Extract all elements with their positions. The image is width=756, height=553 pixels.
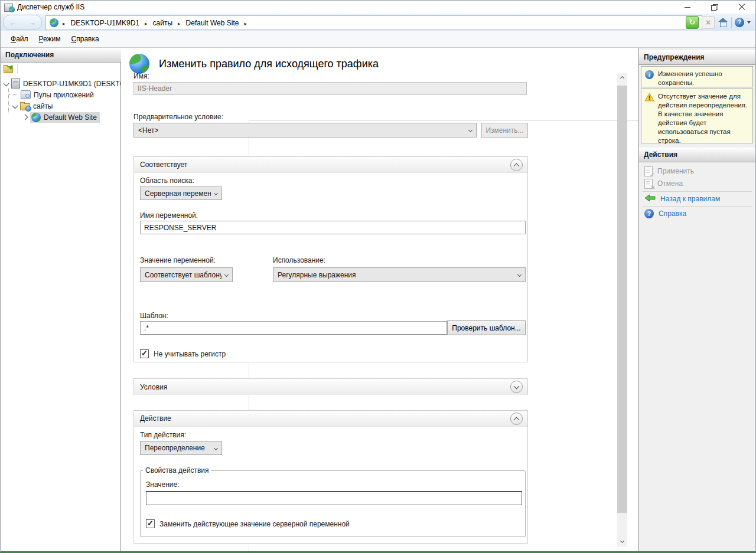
chevron-down-icon xyxy=(214,191,218,195)
match-section-header[interactable]: Соответствует xyxy=(134,157,527,173)
menu-view[interactable]: Режим xyxy=(34,33,66,45)
scope-select[interactable]: Серверная переменн xyxy=(140,186,222,200)
precondition-select[interactable]: <Нет> xyxy=(133,123,477,138)
pattern-input[interactable] xyxy=(140,321,447,335)
alert-info: Изменения успешно сохранены. xyxy=(641,66,753,87)
action-section-header[interactable]: Действие xyxy=(134,411,527,427)
forward-arrow-icon[interactable]: → xyxy=(28,19,36,27)
pattern-label: Шаблон: xyxy=(140,312,168,320)
form-scrollbar[interactable] xyxy=(617,73,627,547)
tree-item-server[interactable]: DESKTOP-U1MK9D1 (DESKTOP xyxy=(1,78,120,89)
chevron-up-icon xyxy=(514,417,520,423)
action-value-input[interactable] xyxy=(146,491,522,505)
chevron-down-icon xyxy=(214,446,218,450)
breadcrumb-separator-icon xyxy=(63,19,66,27)
back-to-rules-action[interactable]: Назад к правилам xyxy=(644,193,720,205)
breadcrumb[interactable]: DESKTOP-U1MK9D1 сайты Default Web Site xyxy=(45,15,702,30)
scroll-down-button[interactable] xyxy=(617,536,627,547)
breadcrumb-separator-icon xyxy=(244,19,247,27)
variable-name-input[interactable] xyxy=(140,221,526,234)
breadcrumb-item-sites[interactable]: сайты xyxy=(152,18,174,28)
back-arrow-icon[interactable]: ← xyxy=(9,19,17,27)
action-properties-legend: Свойства действия xyxy=(143,466,211,475)
scope-label: Область поиска: xyxy=(140,176,194,185)
using-select[interactable]: Регулярные выражения xyxy=(273,267,526,282)
alert-warning: Отсутствует значение для действия переоп… xyxy=(641,89,753,143)
chevron-down-icon[interactable] xyxy=(4,81,9,87)
navigation-buttons: ← → xyxy=(3,15,42,30)
test-pattern-button[interactable]: Проверить шаблон... xyxy=(447,320,526,335)
toolbar-separator xyxy=(731,17,732,28)
variable-value-label: Значение переменной: xyxy=(140,256,216,264)
action-type-label: Тип действия: xyxy=(140,431,186,439)
selected-tree-item: Default Web Site xyxy=(30,112,100,123)
close-icon xyxy=(738,4,745,11)
apply-icon xyxy=(644,166,653,176)
minimize-icon xyxy=(685,7,690,8)
scroll-up-button[interactable] xyxy=(617,73,627,83)
folder-icon xyxy=(20,103,30,110)
tree-item-sites[interactable]: сайты xyxy=(1,100,120,112)
tree-item-label: Пулы приложений xyxy=(34,91,94,99)
breadcrumb-separator-icon xyxy=(178,19,181,27)
restore-icon xyxy=(711,4,718,11)
tree-item-app-pools[interactable]: Пулы приложений xyxy=(1,89,120,100)
close-button[interactable] xyxy=(728,1,755,14)
ignore-case-checkbox[interactable] xyxy=(140,349,149,358)
using-label: Использование: xyxy=(273,256,325,264)
refresh-icon[interactable] xyxy=(686,16,699,29)
warning-icon xyxy=(644,93,654,104)
menu-bar: Файл Режим Справка xyxy=(1,31,755,48)
collapse-button[interactable] xyxy=(510,413,523,425)
alert-text: Отсутствует значение для действия переоп… xyxy=(658,93,747,144)
action-section: Действие Тип действия: Переопределение С… xyxy=(133,410,528,544)
chevron-down-icon[interactable] xyxy=(12,103,18,109)
name-label: Имя: xyxy=(133,72,149,80)
minimize-button[interactable] xyxy=(674,1,701,14)
chevron-up-icon xyxy=(514,163,520,169)
ignore-case-checkbox-row: Не учитывать регистр xyxy=(140,349,226,358)
replace-value-checkbox-row: Заменить действующее значение серверной … xyxy=(146,519,350,528)
back-to-rules-arrow-icon xyxy=(644,194,656,204)
action-type-select[interactable]: Переопределение xyxy=(140,441,222,455)
connections-panel: Подключения DESKTOP-U1MK9D1 (DESKTOP Пул… xyxy=(1,48,121,551)
chevron-right-icon[interactable] xyxy=(22,114,28,120)
chevron-down-icon xyxy=(468,128,472,132)
replace-value-checkbox[interactable] xyxy=(146,519,155,528)
divider xyxy=(643,191,752,192)
home-icon[interactable] xyxy=(718,18,728,27)
new-connection-icon[interactable] xyxy=(4,65,14,73)
restore-button[interactable] xyxy=(701,1,728,14)
alerts-header: Предупреждения xyxy=(639,50,756,65)
tree-item-default-web-site[interactable]: Default Web Site xyxy=(1,112,120,123)
chevron-down-icon[interactable] xyxy=(747,21,751,24)
globe-icon xyxy=(129,54,149,74)
window-title: Диспетчер служб IIS xyxy=(17,3,84,11)
connections-tree: DESKTOP-U1MK9D1 (DESKTOP Пулы приложений… xyxy=(1,78,120,551)
chevron-down-icon xyxy=(620,538,624,542)
conditions-section-header[interactable]: Условия xyxy=(134,379,527,395)
help-action[interactable]: Справка xyxy=(644,208,686,220)
expand-button[interactable] xyxy=(510,381,523,393)
scrollbar-thumb[interactable] xyxy=(617,86,627,513)
breadcrumb-separator-icon xyxy=(145,19,148,27)
chevron-up-icon xyxy=(620,76,624,80)
replace-value-label: Заменить действующее значение серверной … xyxy=(159,520,350,528)
title-bar: Диспетчер служб IIS xyxy=(1,1,755,14)
server-icon xyxy=(11,78,20,89)
menu-file[interactable]: Файл xyxy=(5,33,34,45)
chevron-down-icon xyxy=(514,384,520,390)
cancel-action: Отмена xyxy=(644,178,683,189)
stop-icon xyxy=(702,16,715,29)
divider xyxy=(643,206,752,207)
page-title: Изменить правило для исходящего трафика xyxy=(159,58,379,70)
cancel-icon xyxy=(644,179,653,189)
breadcrumb-item-server[interactable]: DESKTOP-U1MK9D1 xyxy=(70,18,141,28)
collapse-button[interactable] xyxy=(510,159,523,171)
ignore-case-label: Не учитывать регистр xyxy=(154,350,226,358)
match-type-select[interactable]: Соответствует шаблону xyxy=(140,267,233,282)
help-icon[interactable] xyxy=(735,18,744,27)
globe-icon xyxy=(31,113,41,122)
breadcrumb-item-site[interactable]: Default Web Site xyxy=(185,18,240,28)
menu-help[interactable]: Справка xyxy=(66,33,105,45)
